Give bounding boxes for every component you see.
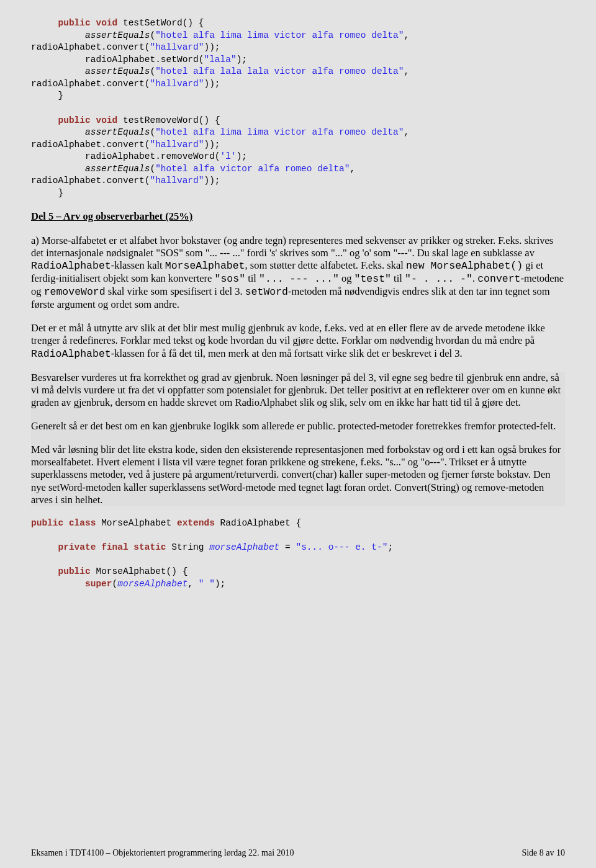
commentary-p3: Med vår løsning blir det lite ekstra kod… [31, 444, 565, 506]
code-block-morsealphabet: public class MorseAlphabet extends Radio… [31, 517, 565, 590]
paragraph-b: Det er et mål å utnytte arv slik at det … [31, 322, 565, 360]
paragraph-a: a) Morse-alfabetet er et alfabet hvor bo… [31, 235, 565, 311]
footer-left: Eksamen i TDT4100 – Objektorientert prog… [31, 848, 565, 858]
section-title: Del 5 – Arv og observerbarhet (25%) [31, 210, 565, 223]
code-block-tests: public void testSetWord() { assertEquals… [31, 17, 565, 199]
footer-page-number: Side 8 av 10 [522, 848, 565, 858]
commentary-p1: Besvarelser vurderes ut fra korrekthet o… [31, 372, 565, 409]
commentary-p2: Generelt så er det best om en kan gjenbr… [31, 420, 565, 432]
commentary-block: Besvarelser vurderes ut fra korrekthet o… [31, 372, 565, 506]
